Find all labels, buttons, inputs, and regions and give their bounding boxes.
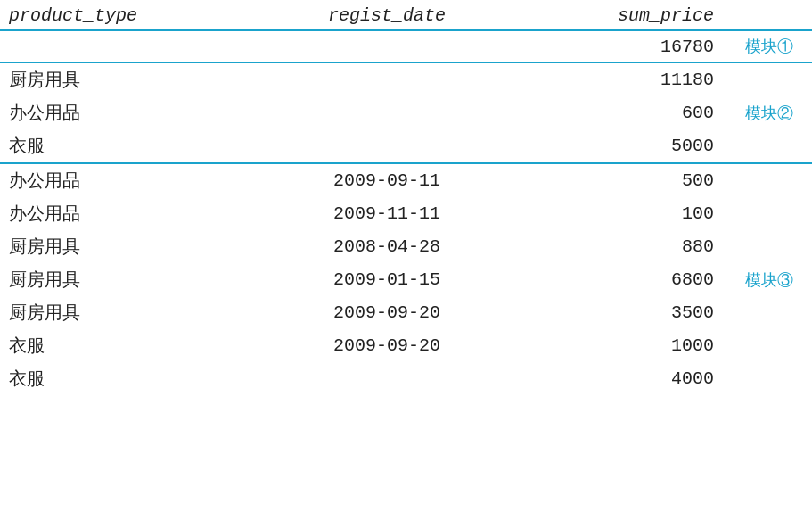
cell-sum-price: 11180 bbox=[509, 62, 732, 96]
cell-product-type: 办公用品 bbox=[0, 163, 265, 197]
cell-section-badge bbox=[732, 230, 812, 263]
cell-regist-date: 2009-09-20 bbox=[265, 329, 510, 362]
cell-product-type: 厨房用具 bbox=[0, 263, 265, 296]
table-row: 厨房用具2008-04-28880 bbox=[0, 230, 812, 263]
cell-regist-date bbox=[265, 30, 510, 62]
cell-sum-price: 880 bbox=[509, 230, 732, 263]
section-label-badge: 模块③ bbox=[741, 272, 793, 290]
cell-regist-date bbox=[265, 362, 510, 395]
header-row: product_type regist_date sum_price bbox=[0, 0, 812, 30]
cell-section-badge: 模块② bbox=[732, 96, 812, 129]
cell-sum-price: 500 bbox=[509, 163, 732, 197]
cell-section-badge bbox=[732, 296, 812, 329]
cell-product-type: 厨房用具 bbox=[0, 62, 265, 96]
table-row: 办公用品600模块② bbox=[0, 96, 812, 129]
table-row: 厨房用具2009-09-203500 bbox=[0, 296, 812, 329]
cell-product-type: 办公用品 bbox=[0, 197, 265, 230]
cell-sum-price: 600 bbox=[509, 96, 732, 129]
cell-sum-price: 6800 bbox=[509, 263, 732, 296]
table-row: 衣服4000 bbox=[0, 362, 812, 395]
cell-section-badge: 模块① bbox=[732, 30, 812, 62]
table-row: 衣服5000 bbox=[0, 129, 812, 163]
cell-section-badge bbox=[732, 362, 812, 395]
cell-product-type bbox=[0, 30, 265, 62]
cell-section-badge bbox=[732, 163, 812, 197]
col-header-regist-date: regist_date bbox=[265, 0, 510, 30]
section-label-badge: 模块① bbox=[741, 38, 793, 56]
table-row: 厨房用具2009-01-156800模块③ bbox=[0, 263, 812, 296]
cell-section-badge bbox=[732, 197, 812, 230]
cell-sum-price: 5000 bbox=[509, 129, 732, 163]
cell-sum-price: 1000 bbox=[509, 329, 732, 362]
cell-sum-price: 3500 bbox=[509, 296, 732, 329]
cell-regist-date bbox=[265, 62, 510, 96]
table-row: 衣服2009-09-201000 bbox=[0, 329, 812, 362]
section-label-badge: 模块② bbox=[741, 105, 793, 123]
cell-section-badge: 模块③ bbox=[732, 263, 812, 296]
cell-regist-date bbox=[265, 96, 510, 129]
cell-regist-date: 2009-09-11 bbox=[265, 163, 510, 197]
table-row: 16780模块① bbox=[0, 30, 812, 62]
cell-regist-date bbox=[265, 129, 510, 163]
cell-regist-date: 2008-04-28 bbox=[265, 230, 510, 263]
cell-sum-price: 16780 bbox=[509, 30, 732, 62]
main-table-container: product_type regist_date sum_price 16780… bbox=[0, 0, 812, 395]
cell-regist-date: 2009-01-15 bbox=[265, 263, 510, 296]
cell-section-badge bbox=[732, 129, 812, 163]
col-header-product-type: product_type bbox=[0, 0, 265, 30]
cell-sum-price: 100 bbox=[509, 197, 732, 230]
cell-product-type: 衣服 bbox=[0, 362, 265, 395]
cell-regist-date: 2009-09-20 bbox=[265, 296, 510, 329]
cell-product-type: 衣服 bbox=[0, 329, 265, 362]
data-table: product_type regist_date sum_price 16780… bbox=[0, 0, 812, 395]
cell-sum-price: 4000 bbox=[509, 362, 732, 395]
cell-section-badge bbox=[732, 62, 812, 96]
table-row: 办公用品2009-09-11500 bbox=[0, 163, 812, 197]
col-header-sum-price: sum_price bbox=[509, 0, 732, 30]
cell-section-badge bbox=[732, 329, 812, 362]
cell-product-type: 办公用品 bbox=[0, 96, 265, 129]
table-row: 厨房用具11180 bbox=[0, 62, 812, 96]
cell-product-type: 衣服 bbox=[0, 129, 265, 163]
cell-regist-date: 2009-11-11 bbox=[265, 197, 510, 230]
cell-product-type: 厨房用具 bbox=[0, 296, 265, 329]
cell-product-type: 厨房用具 bbox=[0, 230, 265, 263]
table-row: 办公用品2009-11-11100 bbox=[0, 197, 812, 230]
